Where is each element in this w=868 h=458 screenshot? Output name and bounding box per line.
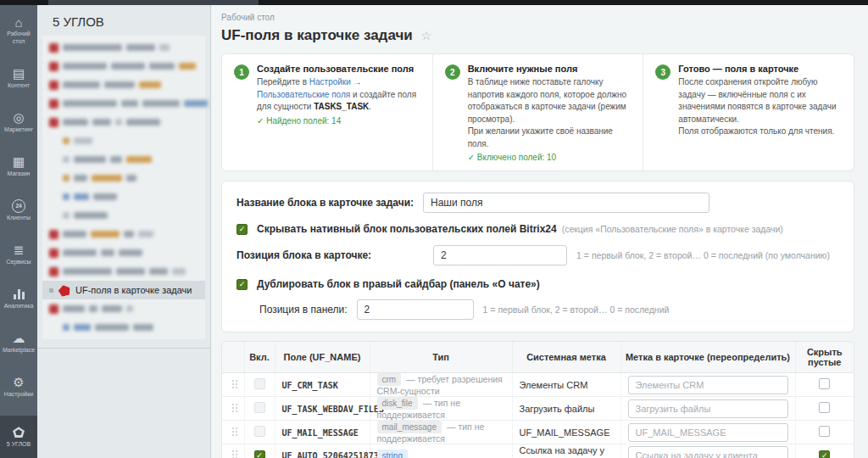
hide-empty-checkbox[interactable] [819,378,830,389]
hide-native-checkbox[interactable] [236,224,248,235]
sidebar-item-label: UF-поля в карточке задачи [75,285,192,295]
settings-link[interactable]: Настройки [309,77,351,87]
menu-item-icon [49,267,58,276]
chart-icon [14,288,25,301]
hide-empty-checkbox[interactable] [819,450,830,458]
step-1-text: Перейдите в [257,77,309,87]
redacted-text [63,249,97,256]
pentagon-icon [13,427,25,438]
hide-empty-cell [795,373,854,397]
card-label-input[interactable] [628,376,788,394]
drag-handle-icon[interactable] [232,450,234,452]
clock24-icon: 24 [12,199,25,213]
rail-item-label: Marketplace [3,347,35,355]
breadcrumb[interactable]: Рабочий стол [221,5,275,22]
sidebar-item-redacted[interactable] [42,187,205,206]
left-rail: ⌂Рабочий стол▤Контент◎Маркетинг▦Магазин2… [0,5,37,458]
field-name: UF_MAIL_MESSAGE [282,428,359,438]
rail-item-marketing[interactable]: ◎Маркетинг [0,100,37,144]
enabled-checkbox[interactable] [254,450,265,458]
type-badge: disk_file [377,397,418,410]
hide-empty-cell [795,397,854,421]
bullet-icon [49,288,53,293]
sidebar-item-redacted[interactable] [42,57,205,75]
browser-top-strip [0,0,868,5]
rail-item-clients[interactable]: 24Клиенты [0,188,37,232]
table-row: UF_MAIL_MESSAGEmail_message— тип не подд… [222,421,854,444]
drag-handle-icon[interactable] [232,380,234,382]
sidebar-item-redacted[interactable] [42,94,205,113]
step-3-number: 3 [655,64,670,80]
redacted-text [126,305,133,312]
type-cell: string [370,444,512,458]
rail-item-5uglov[interactable]: 5 УГЛОВ [0,416,37,458]
sidebar-item-redacted[interactable] [42,318,205,337]
drag-handle-icon[interactable] [232,427,234,429]
card-label-input[interactable] [628,399,788,418]
system-label-cell: Ссылка на задачу у клиента [512,444,620,458]
hide-empty-checkbox[interactable] [819,402,830,413]
card-position-label: Позиция блока в карточке: [236,249,371,261]
card-label-input[interactable] [628,446,788,458]
user-fields-link[interactable]: Пользовательские поля [257,90,350,99]
rail-item-marketplace[interactable]: ☁Marketplace [0,321,37,365]
redacted-text [74,212,108,219]
rail-item-label: Клиенты [7,215,31,222]
sidebar-item-redacted[interactable] [42,225,205,243]
rail-item-content[interactable]: ▤Контент [0,56,37,100]
card-position-hint: 1 = первый блок, 2 = второй… 0 = последн… [576,250,830,260]
hide-native-hint: (секция «Пользовательские поля» в карточ… [562,224,783,234]
redacted-text [92,175,122,182]
sidebar-item-redacted[interactable] [42,38,205,57]
duplicate-sidebar-checkbox[interactable] [236,279,248,290]
rail-item-settings[interactable]: ⚙Настройки [0,365,37,409]
sidebar-title: 5 УГЛОВ [37,5,210,36]
table-row: UF_AUTO_520642518732stringСсылка на зада… [222,444,854,458]
card-label-input[interactable] [628,423,788,442]
menu-item-icon [49,99,58,109]
redacted-text [74,324,91,331]
sidebar-item-redacted[interactable] [42,75,205,94]
block-name-input[interactable] [423,193,709,213]
drag-handle-icon[interactable] [232,404,234,405]
sidebar-item-redacted[interactable] [42,131,205,150]
redacted-content [49,62,196,71]
table-header-row: Вкл. Поле (UF_NAME) Тип Системная метка … [222,342,854,373]
rail-item-store[interactable]: ▦Магазин [0,144,37,188]
sidebar-item-redacted[interactable] [42,262,205,281]
sidebar-item-redacted[interactable] [42,169,205,187]
redacted-text [179,63,196,70]
sidebar-item-redacted[interactable] [42,299,205,318]
redacted-text [124,231,134,237]
menu-item-icon [49,118,58,127]
system-label: Ссылка на задачу у клиента [520,445,605,458]
favorite-star-icon[interactable]: ☆ [421,29,432,42]
menu-item-icon [49,62,58,71]
sidebar-item-redacted[interactable] [42,243,205,262]
redacted-content [49,267,186,276]
panel-position-input[interactable] [357,299,474,320]
browser-tab[interactable] [48,0,259,5]
sidebar-item-redacted[interactable] [42,113,205,131]
redacted-text [126,175,136,182]
sidebar-item-redacted[interactable] [42,206,205,225]
enabled-cell [244,444,275,458]
card-label-cell [620,397,795,421]
card-position-input[interactable] [433,245,567,265]
redacted-text [172,268,186,275]
hide-empty-checkbox[interactable] [819,426,830,437]
step-3-body: После сохранения откройте любую задачу —… [678,76,842,126]
rail-item-desktop[interactable]: ⌂Рабочий стол [0,5,37,56]
rail-item-analytics[interactable]: Аналитика [0,276,37,321]
rail-item-services[interactable]: ≣Сервисы [0,232,37,276]
sidebar-item-redacted[interactable] [42,150,205,169]
redacted-text [104,81,135,88]
col-drag [222,342,244,373]
enabled-checkbox [254,426,265,437]
redacted-text [63,268,112,275]
sidebar-item-uf-fields[interactable]: UF-поля в карточке задачи [42,281,205,299]
step-1-number: 1 [234,64,249,80]
redacted-text [92,119,111,126]
redacted-text [115,119,122,126]
rail-item-label: Контент [8,82,30,90]
